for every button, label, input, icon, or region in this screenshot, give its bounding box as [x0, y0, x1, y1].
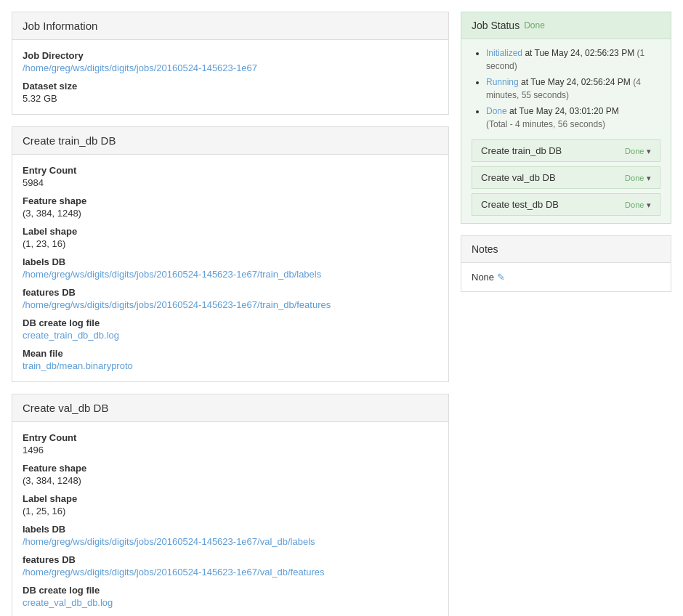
notes-card: Notes None✎ [461, 235, 671, 292]
notes-header: Notes [461, 236, 671, 263]
dataset-size-label: Dataset size [23, 81, 438, 92]
val-feature-shape-label: Feature shape [23, 463, 438, 474]
val-labels-db-link[interactable]: /home/greg/ws/digits/digits/jobs/2016052… [23, 536, 438, 547]
status-running-item: Running at Tue May 24, 02:56:24 PM (4 mi… [486, 76, 660, 102]
train-features-db-label: features DB [23, 287, 438, 298]
val-label-shape-label: Label shape [23, 493, 438, 504]
train-mean-file-label: Mean file [23, 348, 438, 359]
notes-value: None✎ [472, 272, 505, 283]
create-test-db-button-label: Create test_db DB [481, 199, 559, 210]
create-train-db-card: Create train_db DB Entry Count 5984 Feat… [12, 126, 449, 382]
create-train-db-title: Create train_db DB [23, 134, 116, 147]
job-status-badge: Done [524, 20, 545, 31]
job-directory-link[interactable]: /home/greg/ws/digits/digits/jobs/2016052… [23, 62, 438, 73]
create-val-db-title: Create val_db DB [23, 402, 108, 414]
train-mean-file-link[interactable]: train_db/mean.binaryproto [23, 360, 438, 371]
notes-body: None✎ [461, 263, 671, 291]
status-done-extra: (Total - 4 minutes, 56 seconds) [486, 119, 605, 129]
notes-text: None [472, 272, 494, 283]
job-information-body: Job Directory /home/greg/ws/digits/digit… [12, 40, 448, 114]
create-val-db-header: Create val_db DB [12, 394, 448, 422]
status-initialized-text: at Tue May 24, 02:56:23 PM [525, 48, 636, 58]
train-feature-shape-label: Feature shape [23, 195, 438, 206]
job-status-title: Job Status [472, 20, 520, 31]
status-done-item: Done at Tue May 24, 03:01:20 PM (Total -… [486, 105, 660, 131]
create-train-db-button-label: Create train_db DB [481, 145, 562, 156]
train-entry-count-value: 5984 [23, 177, 438, 188]
right-column: Job Status Done Initialized at Tue May 2… [461, 12, 671, 616]
job-status-header: Job Status Done [461, 12, 671, 39]
status-done-label: Done [486, 106, 507, 116]
create-val-db-body: Entry Count 1496 Feature shape (3, 384, … [12, 422, 448, 616]
val-features-db-link[interactable]: /home/greg/ws/digits/digits/jobs/2016052… [23, 567, 438, 578]
job-information-card: Job Information Job Directory /home/greg… [12, 12, 449, 115]
create-train-db-body: Entry Count 5984 Feature shape (3, 384, … [12, 155, 448, 381]
create-train-db-header: Create train_db DB [12, 127, 448, 155]
val-label-shape-value: (1, 25, 16) [23, 506, 438, 516]
notes-title: Notes [472, 243, 498, 255]
val-feature-shape-value: (3, 384, 1248) [23, 475, 438, 486]
create-train-db-button-right: Done ▾ [625, 145, 651, 156]
job-status-card: Job Status Done Initialized at Tue May 2… [461, 12, 671, 224]
train-label-shape-label: Label shape [23, 226, 438, 237]
job-information-title: Job Information [23, 20, 97, 32]
train-labels-db-link[interactable]: /home/greg/ws/digits/digits/jobs/2016052… [23, 269, 438, 280]
train-db-log-label: DB create log file [23, 317, 438, 328]
train-label-shape-value: (1, 23, 16) [23, 238, 438, 249]
create-val-db-button[interactable]: Create val_db DB Done ▾ [472, 166, 660, 189]
status-list: Initialized at Tue May 24, 02:56:23 PM (… [472, 46, 660, 131]
status-running-text: at Tue May 24, 02:56:24 PM [521, 77, 633, 87]
val-entry-count-value: 1496 [23, 445, 438, 455]
dataset-size-value: 5.32 GB [23, 93, 438, 104]
create-val-db-button-right: Done ▾ [625, 172, 651, 183]
train-features-db-link[interactable]: /home/greg/ws/digits/digits/jobs/2016052… [23, 299, 438, 310]
edit-notes-icon[interactable]: ✎ [497, 272, 505, 283]
val-db-log-label: DB create log file [23, 585, 438, 596]
create-test-db-button[interactable]: Create test_db DB Done ▾ [472, 193, 660, 216]
status-initialized-label: Initialized [486, 48, 522, 58]
job-directory-label: Job Directory [23, 50, 438, 61]
val-db-log-link[interactable]: create_val_db_db.log [23, 597, 438, 608]
train-entry-count-label: Entry Count [23, 165, 438, 176]
left-column: Job Information Job Directory /home/greg… [12, 12, 449, 616]
create-val-db-card: Create val_db DB Entry Count 1496 Featur… [12, 394, 449, 616]
status-running-label: Running [486, 77, 519, 87]
val-features-db-label: features DB [23, 554, 438, 565]
val-entry-count-label: Entry Count [23, 432, 438, 443]
job-information-header: Job Information [12, 12, 448, 40]
train-feature-shape-value: (3, 384, 1248) [23, 208, 438, 219]
train-db-log-link[interactable]: create_train_db_db.log [23, 330, 438, 341]
val-labels-db-label: labels DB [23, 524, 438, 535]
status-done-text-val: at Tue May 24, 03:01:20 PM [509, 106, 619, 116]
status-initialized-item: Initialized at Tue May 24, 02:56:23 PM (… [486, 46, 660, 73]
train-labels-db-label: labels DB [23, 256, 438, 267]
create-val-db-button-label: Create val_db DB [481, 172, 556, 183]
create-train-db-button[interactable]: Create train_db DB Done ▾ [472, 139, 660, 162]
create-test-db-button-right: Done ▾ [625, 199, 651, 210]
job-status-body: Initialized at Tue May 24, 02:56:23 PM (… [461, 39, 671, 223]
